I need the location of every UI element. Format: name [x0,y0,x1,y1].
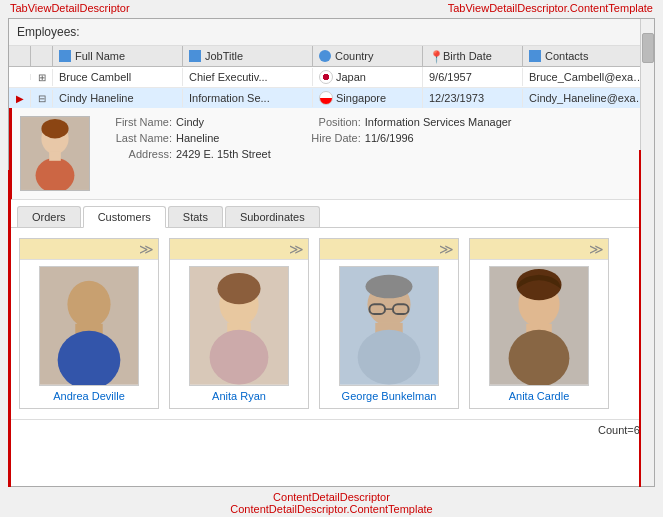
photo-svg-3 [340,267,438,385]
col-country-header[interactable]: Country [313,46,423,66]
col-checkbox-header [31,46,53,66]
photo-svg-1 [40,267,138,385]
table-row[interactable]: ▶ ⊟ Cindy Haneline Information Se... Sin… [9,88,654,108]
person-name-4[interactable]: Anita Cardle [509,390,570,402]
collapse-icon-4: ≫ [589,241,604,257]
svg-point-6 [67,281,110,328]
svg-point-18 [358,330,421,385]
svg-point-26 [509,330,570,385]
list-item[interactable]: ≫ Andrea Deville [19,238,159,409]
address-label: Address: [102,148,172,160]
svg-point-11 [217,273,260,304]
address-field: Address: 2429 E. 15th Street [102,148,271,160]
svg-rect-4 [49,151,61,161]
tabs-bar: Orders Customers Stats Subordinates [9,200,654,228]
table-row[interactable]: ⊞ Bruce Cambell Chief Executiv... Japan … [9,67,654,88]
svg-point-16 [365,275,412,299]
red-border-right [639,150,641,487]
list-item[interactable]: ≫ George Bunkelman [319,238,459,409]
lastname-value: Haneline [176,132,219,144]
hiredate-value: 11/6/1996 [365,132,414,144]
expand-icon-2[interactable]: ⊟ [31,90,53,107]
contacts-cell-2: Cindy_Haneline@example.... [523,89,654,107]
country-cell-2: Singapore [313,88,423,108]
photo-svg-4 [490,267,588,385]
col-job-header[interactable]: JobTitle [183,46,313,66]
firstname-field: First Name: Cindy [102,116,271,128]
person-name-3[interactable]: George Bunkelman [342,390,437,402]
contacts-label: Contacts [545,50,588,62]
photo-svg-2 [190,267,288,385]
scrollbar[interactable] [640,19,654,486]
tab-stats[interactable]: Stats [168,206,223,227]
country-value-2: Singapore [336,92,386,104]
person-photo-3 [339,266,439,386]
card-header-1: ≫ [20,239,158,260]
person-name-1[interactable]: Andrea Deville [53,390,125,402]
list-item[interactable]: ≫ Anita Ryan [169,238,309,409]
person-photo-2 [189,266,289,386]
name-cell-1: Bruce Cambell [53,68,183,86]
red-border-left [8,170,11,487]
svg-point-2 [41,119,68,138]
scrollbar-thumb[interactable] [642,33,654,63]
address-value: 2429 E. 15th Street [176,148,271,160]
count-bar: Count=60 [9,419,654,440]
birth-cell-1: 9/6/1957 [423,68,523,86]
pin-icon: 📍 [429,50,439,62]
svg-point-13 [210,330,269,385]
detail-panel: First Name: Cindy Last Name: Haneline Ad… [9,108,654,200]
collapse-icon-1: ≫ [139,241,154,257]
expand-minus-icon: ⊟ [38,93,46,104]
country-value-1: Japan [336,71,366,83]
firstname-value: Cindy [176,116,204,128]
fullname-label: Full Name [75,50,125,62]
person-photo-4 [489,266,589,386]
job-cell-2: Information Se... [183,89,313,107]
detail-col-right: Position: Information Services Manager H… [291,116,512,191]
subordinates-panel: ≫ Andrea Deville ≫ [9,228,654,419]
person-icon [189,50,201,62]
name-cell-2: Cindy Haneline [53,89,183,107]
top-label-left: TabViewDetailDescriptor [10,2,130,14]
main-container: Employees: Full Name JobTitle Country 📍 … [8,18,655,487]
card-header-4: ≫ [470,239,608,260]
detail-col-left: First Name: Cindy Last Name: Haneline Ad… [102,116,271,191]
tab-customers[interactable]: Customers [83,206,166,228]
globe-icon [319,50,331,62]
job-label: JobTitle [205,50,243,62]
collapse-icon-3: ≫ [439,241,454,257]
firstname-label: First Name: [102,116,172,128]
tab-orders[interactable]: Orders [17,206,81,227]
detail-fields: First Name: Cindy Last Name: Haneline Ad… [102,116,646,191]
col-birth-header[interactable]: 📍 Birth Date [423,46,523,66]
bottom-label: ContentDetailDescriptor [273,491,390,503]
flag-singapore [319,91,333,105]
lastname-label: Last Name: [102,132,172,144]
col-fullname-header[interactable]: Full Name [53,46,183,66]
row-arrow-2: ▶ [9,90,31,107]
position-value: Information Services Manager [365,116,512,128]
card-header-3: ≫ [320,239,458,260]
tab-subordinates[interactable]: Subordinates [225,206,320,227]
lastname-field: Last Name: Haneline [102,132,271,144]
col-contacts-header[interactable]: Contacts [523,46,654,66]
hiredate-label: Hire Date: [291,132,361,144]
country-label: Country [335,50,374,62]
grid-header: Full Name JobTitle Country 📍 Birth Date … [9,46,654,67]
row-arrow-1 [9,74,31,80]
expand-icon-1[interactable]: ⊞ [31,69,53,86]
person-photo-1 [39,266,139,386]
collapse-icon-2: ≫ [289,241,304,257]
grid-icon [59,50,71,62]
photo-svg [21,117,89,190]
contacts-person-icon [529,50,541,62]
country-cell-1: Japan [313,67,423,87]
flag-japan [319,70,333,84]
person-name-2[interactable]: Anita Ryan [212,390,266,402]
birth-cell-2: 12/23/1973 [423,89,523,107]
birth-label: Birth Date [443,50,492,62]
position-field: Position: Information Services Manager [291,116,512,128]
contacts-cell-1: Bruce_Cambell@example.... [523,68,654,86]
list-item[interactable]: ≫ Anita Cardle [469,238,609,409]
